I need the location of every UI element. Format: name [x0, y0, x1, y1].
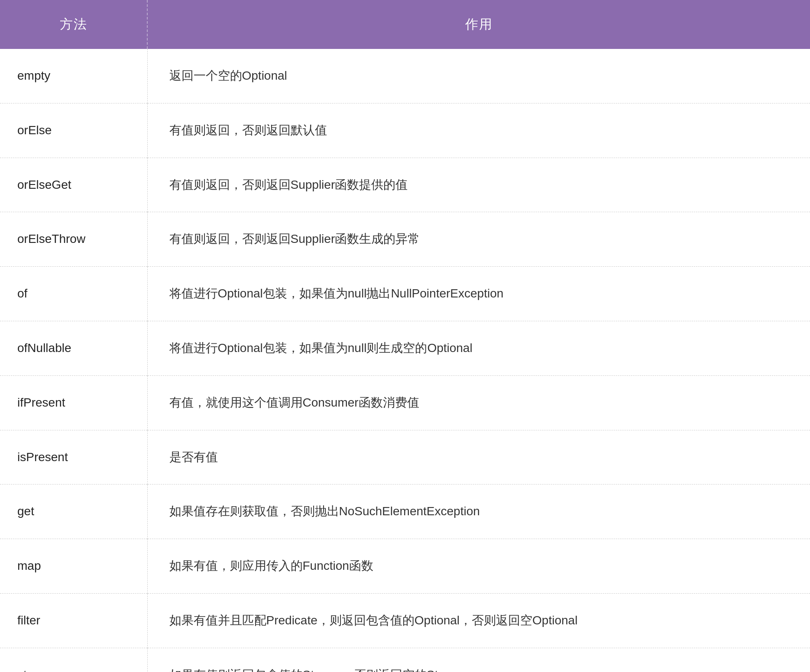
- method-name: empty: [0, 49, 147, 103]
- method-description: 有值则返回，否则返回Supplier函数提供的值: [147, 158, 810, 212]
- table-row: stream如果有值则返回包含值的Stream，否则返回空的Stream: [0, 648, 810, 672]
- method-description: 如果有值则返回包含值的Stream，否则返回空的Stream: [147, 648, 810, 672]
- header-description: 作用: [147, 0, 810, 49]
- table-row: filter如果有值并且匹配Predicate，则返回包含值的Optional，…: [0, 593, 810, 648]
- table-row: orElseGet有值则返回，否则返回Supplier函数提供的值: [0, 158, 810, 212]
- method-description: 返回一个空的Optional: [147, 49, 810, 103]
- method-description: 如果值存在则获取值，否则抛出NoSuchElementException: [147, 485, 810, 539]
- table-container: 方法 作用 empty返回一个空的OptionalorElse有值则返回，否则返…: [0, 0, 810, 672]
- method-name: stream: [0, 648, 147, 672]
- table-row: empty返回一个空的Optional: [0, 49, 810, 103]
- table-row: map如果有值，则应用传入的Function函数: [0, 539, 810, 594]
- method-name: of: [0, 267, 147, 321]
- method-name: ifPresent: [0, 375, 147, 430]
- table-row: get如果值存在则获取值，否则抛出NoSuchElementException: [0, 485, 810, 539]
- method-description: 是否有值: [147, 430, 810, 485]
- method-description: 将值进行Optional包装，如果值为null则生成空的Optional: [147, 321, 810, 375]
- table-header-row: 方法 作用: [0, 0, 810, 49]
- method-description: 有值则返回，否则返回默认值: [147, 103, 810, 158]
- table-row: isPresent是否有值: [0, 430, 810, 485]
- table-row: ifPresent有值，就使用这个值调用Consumer函数消费值: [0, 375, 810, 430]
- method-description: 将值进行Optional包装，如果值为null抛出NullPointerExce…: [147, 267, 810, 321]
- table-row: orElse有值则返回，否则返回默认值: [0, 103, 810, 158]
- table-row: of将值进行Optional包装，如果值为null抛出NullPointerEx…: [0, 267, 810, 321]
- method-name: orElseGet: [0, 158, 147, 212]
- header-method: 方法: [0, 0, 147, 49]
- method-name: orElseThrow: [0, 212, 147, 267]
- table-body: empty返回一个空的OptionalorElse有值则返回，否则返回默认值or…: [0, 49, 810, 672]
- table-row: ofNullable将值进行Optional包装，如果值为null则生成空的Op…: [0, 321, 810, 375]
- method-name: orElse: [0, 103, 147, 158]
- method-name: map: [0, 539, 147, 594]
- method-description: 有值则返回，否则返回Supplier函数生成的异常: [147, 212, 810, 267]
- method-description: 如果有值，则应用传入的Function函数: [147, 539, 810, 594]
- method-description: 有值，就使用这个值调用Consumer函数消费值: [147, 375, 810, 430]
- method-name: filter: [0, 593, 147, 648]
- method-name: get: [0, 485, 147, 539]
- method-name: isPresent: [0, 430, 147, 485]
- table-row: orElseThrow有值则返回，否则返回Supplier函数生成的异常: [0, 212, 810, 267]
- method-description: 如果有值并且匹配Predicate，则返回包含值的Optional，否则返回空O…: [147, 593, 810, 648]
- method-name: ofNullable: [0, 321, 147, 375]
- optional-methods-table: 方法 作用 empty返回一个空的OptionalorElse有值则返回，否则返…: [0, 0, 810, 672]
